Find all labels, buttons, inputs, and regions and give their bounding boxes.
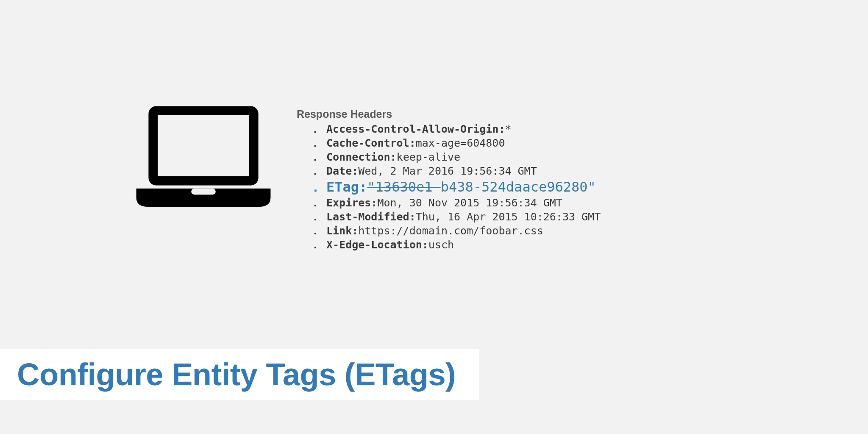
header-name: X-Edge-Location: bbox=[326, 239, 428, 251]
laptop-icon bbox=[127, 97, 280, 225]
header-name: ETag: bbox=[326, 179, 367, 195]
response-headers-block: Response Headers . Access-Control-Allow-… bbox=[297, 108, 763, 252]
header-row: . Cache-Control: max-age=604800 bbox=[297, 136, 763, 150]
header-name: Last-Modified: bbox=[326, 211, 416, 223]
header-row: . Link: https://domain.com/foobar.css bbox=[297, 224, 763, 238]
header-name: Connection: bbox=[326, 151, 397, 163]
header-name: Access-Control-Allow-Origin: bbox=[326, 123, 505, 135]
header-row-etag: . ETag: "13630e1- b438-524daace96280" bbox=[297, 178, 763, 196]
header-row: . X-Edge-Location: usch bbox=[297, 238, 763, 252]
bullet: . bbox=[314, 211, 326, 223]
bullet: . bbox=[314, 197, 326, 209]
header-value: https://domain.com/foobar.css bbox=[358, 225, 543, 237]
header-name: Date: bbox=[326, 165, 358, 177]
header-value: max-age=604800 bbox=[416, 137, 505, 149]
header-value: usch bbox=[428, 239, 454, 251]
header-value: Thu, 16 Apr 2015 10:26:33 GMT bbox=[416, 211, 601, 223]
svg-rect-1 bbox=[158, 115, 249, 176]
bullet: . bbox=[314, 151, 326, 163]
header-name: Expires: bbox=[326, 197, 377, 209]
bullet: . bbox=[314, 239, 326, 251]
bullet: . bbox=[314, 179, 326, 195]
response-headers-title: Response Headers bbox=[297, 108, 763, 120]
header-row: . Date: Wed, 2 Mar 2016 19:56:34 GMT bbox=[297, 164, 763, 178]
header-value: Wed, 2 Mar 2016 19:56:34 GMT bbox=[358, 165, 537, 177]
bullet: . bbox=[314, 225, 326, 237]
header-row: . Expires: Mon, 30 Nov 2015 19:56:34 GMT bbox=[297, 196, 763, 210]
bullet: . bbox=[314, 165, 326, 177]
bullet: . bbox=[314, 123, 326, 135]
header-row: . Access-Control-Allow-Origin: * bbox=[297, 122, 763, 136]
header-name: Link: bbox=[326, 225, 358, 237]
header-value: b438-524daace96280" bbox=[441, 179, 596, 195]
header-row: . Connection: keep-alive bbox=[297, 150, 763, 164]
bullet: . bbox=[314, 137, 326, 149]
page-title: Configure Entity Tags (ETags) bbox=[17, 356, 456, 392]
header-value-struck: "13630e1- bbox=[367, 179, 440, 195]
header-value: * bbox=[505, 123, 511, 135]
header-value: Mon, 30 Nov 2015 19:56:34 GMT bbox=[377, 197, 562, 209]
slide-canvas: Response Headers . Access-Control-Allow-… bbox=[0, 0, 868, 434]
header-value: keep-alive bbox=[397, 151, 461, 163]
header-name: Cache-Control: bbox=[326, 137, 416, 149]
svg-rect-2 bbox=[191, 189, 216, 195]
page-title-strip: Configure Entity Tags (ETags) bbox=[0, 349, 479, 400]
header-row: . Last-Modified: Thu, 16 Apr 2015 10:26:… bbox=[297, 210, 763, 224]
